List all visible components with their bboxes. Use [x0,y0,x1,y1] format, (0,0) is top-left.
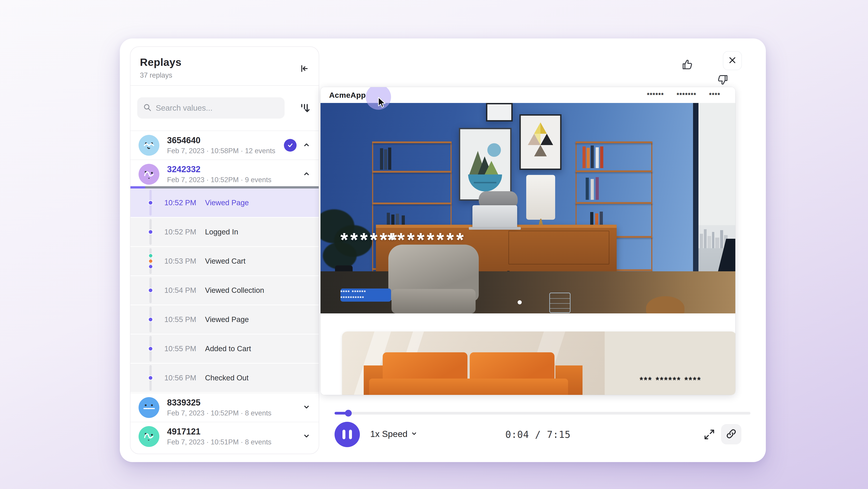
session-meta: Feb 7, 2023 · 10:52PM · 8 events [167,409,303,417]
link-icon [725,428,737,440]
hero-image: ****** ****** **** **** **** ****** ****… [320,103,735,313]
event-label: Checked Out [205,374,249,382]
event-time: 10:56 PM [164,374,196,382]
avatar [138,164,159,185]
thumbs-up-icon [681,68,695,72]
replayed-page-viewport: AcmeApp ****** ******* **** [320,87,735,395]
event-row[interactable]: 10:52 PM Viewed Page [130,189,319,217]
event-row[interactable]: 10:55 PM Viewed Page [130,305,319,334]
thumbs-down-icon [701,70,715,74]
session-row-3654640[interactable]: 3654640 Feb 7, 2023 · 10:58PM · 12 event… [130,131,319,160]
sidebar-title: Replays [140,56,182,68]
playback-speed-dropdown[interactable]: 1x Speed [370,429,417,439]
search-icon [143,103,152,113]
collapse-sidebar-button[interactable] [298,63,311,75]
event-row[interactable]: 10:52 PM Logged In [130,218,319,246]
expand-icon [703,428,715,441]
sofa-back-cushions [383,352,555,381]
replayed-page-content: *** ****** **** [320,313,735,395]
avatar [138,135,159,156]
avatar [138,397,159,418]
event-time: 10:55 PM [164,315,196,324]
session-row-3242332[interactable]: 3242332 Feb 7, 2023 · 10:52PM · 9 events [130,160,319,189]
acmeapp-logo: AcmeApp [329,91,366,99]
pause-button[interactable] [335,422,360,447]
event-dot [148,200,153,205]
sort-descending-icon [299,102,311,115]
session-progress-track [130,186,319,189]
selected-check-badge[interactable] [284,139,297,152]
event-label: Viewed Page [205,315,249,324]
avatar [138,426,159,447]
speed-label: 1x Speed [370,429,408,439]
fullscreen-button[interactable] [703,428,716,442]
event-label: Viewed Cart [205,257,246,265]
session-list: 3654640 Feb 7, 2023 · 10:58PM · 12 event… [130,131,319,451]
event-row[interactable]: 10:56 PM Checked Out [130,364,319,392]
collapse-panel-icon [299,63,309,75]
close-icon [728,56,737,65]
replays-sidebar: Replays 37 replays [130,47,319,454]
armchair [388,244,479,313]
replay-count: 37 replays [140,71,172,80]
session-id-active: 3242332 [167,165,303,174]
event-label: Logged In [205,228,238,236]
session-row-4917121[interactable]: 4917121 Feb 7, 2023 · 10:51PM · 8 events [130,422,319,451]
sofa-photo [342,332,604,395]
event-dot [148,346,153,351]
nav-item-masked: **** [709,92,720,99]
pause-icon [342,430,345,439]
event-time: 10:52 PM [164,198,196,207]
replayed-page-nav: ****** ******* **** [647,92,720,99]
close-player-button[interactable] [723,51,742,70]
hero-cta-button[interactable]: **** ****** ********** [340,289,391,301]
hero-masked-line2: **** **** [340,227,427,252]
session-meta: Feb 7, 2023 · 10:58PM · 12 events [167,147,284,155]
event-time: 10:52 PM [164,228,196,236]
hero-cta-masked-label: **** ****** ********** [340,289,391,301]
copy-link-button[interactable] [721,424,741,444]
nav-item-masked: ******* [677,92,696,99]
event-row[interactable]: 10:54 PM Viewed Collection [130,276,319,305]
sort-filter-button[interactable] [298,101,312,116]
chevron-down-icon [411,429,417,439]
chevron-up-icon[interactable] [303,141,311,150]
laptop-base [469,227,521,230]
playback-scrubber[interactable] [335,412,750,414]
chevron-down-icon[interactable] [303,403,311,412]
session-meta: Feb 7, 2023 · 10:52PM · 9 events [167,176,303,184]
session-row-8339325[interactable]: 8339325 Feb 7, 2023 · 10:52PM · 8 events [130,393,319,422]
event-label: Viewed Page [205,198,249,207]
event-time: 10:53 PM [164,257,196,265]
session-id: 4917121 [167,427,303,437]
event-dot-stack [149,254,153,269]
event-dot [148,375,153,380]
thumbs-down-button[interactable] [701,59,715,74]
laptop [472,205,517,228]
carousel-dot[interactable] [518,300,522,304]
event-time: 10:54 PM [164,286,196,295]
event-label: Added to Cart [205,344,251,353]
event-row[interactable]: 10:55 PM Added to Cart [130,335,319,363]
sofa-seat [369,379,568,395]
poster-portrait [486,103,513,121]
replay-app-card: Replays 37 replays [120,38,766,462]
chevron-up-icon[interactable] [303,170,311,179]
event-timeline: 10:52 PM Viewed Page 10:52 PM Logged In [130,189,319,392]
chevron-down-icon[interactable] [303,432,311,441]
event-label: Viewed Collection [205,286,264,295]
session-progress-fill [130,186,145,189]
thumbs-up-button[interactable] [681,57,695,73]
event-row[interactable]: 10:53 PM Viewed Cart [130,247,319,276]
nav-item-masked: ****** [647,92,664,99]
scrubber-handle[interactable] [345,410,352,416]
event-dot [148,317,153,322]
promo-card[interactable]: *** ****** **** [342,332,735,395]
promo-text-panel: *** ****** **** [604,332,735,395]
session-id: 8339325 [167,398,303,408]
event-time: 10:55 PM [164,344,196,353]
floor-lamp [526,175,555,220]
search-input[interactable] [156,104,279,112]
header-divider [130,85,319,86]
promo-masked-text: *** ****** **** [640,375,702,385]
